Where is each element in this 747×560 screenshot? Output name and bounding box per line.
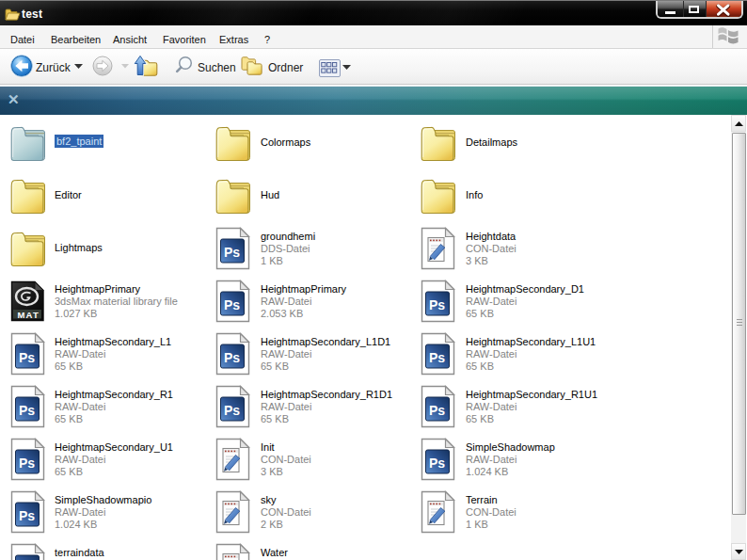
- svg-text:MAT: MAT: [18, 310, 40, 320]
- svg-text:Ps: Ps: [429, 403, 445, 418]
- svg-text:Ps: Ps: [19, 456, 35, 471]
- svg-text:Ps: Ps: [224, 350, 240, 365]
- svg-text:Ps: Ps: [224, 403, 240, 418]
- svg-text:Ps: Ps: [19, 350, 35, 365]
- svg-text:Ps: Ps: [224, 245, 240, 260]
- svg-text:Ps: Ps: [429, 456, 445, 471]
- svg-text:Ps: Ps: [224, 297, 240, 312]
- svg-text:Ps: Ps: [19, 508, 35, 523]
- svg-text:Ps: Ps: [429, 350, 445, 365]
- svg-text:Ps: Ps: [19, 403, 35, 418]
- svg-text:Ps: Ps: [429, 297, 445, 312]
